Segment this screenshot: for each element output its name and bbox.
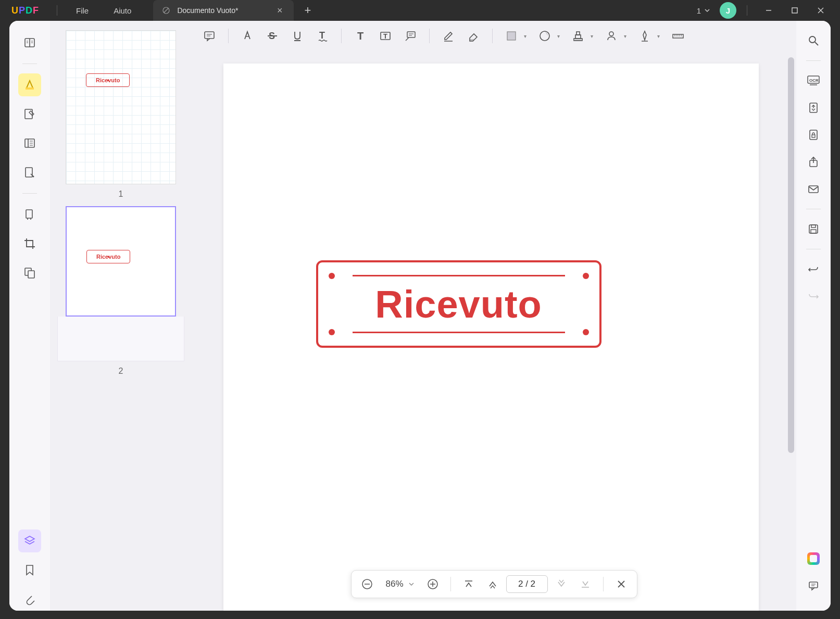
tab-title: Documento Vuoto* bbox=[177, 6, 273, 15]
stamp-tool[interactable] bbox=[567, 24, 590, 47]
search-button[interactable] bbox=[803, 30, 824, 51]
tools-button[interactable] bbox=[18, 203, 41, 226]
ai-assistant-button[interactable] bbox=[803, 548, 824, 569]
zoom-in-button[interactable] bbox=[422, 574, 443, 595]
reader-mode-button[interactable] bbox=[18, 31, 41, 54]
notification-indicator[interactable]: 1 bbox=[692, 6, 716, 15]
menu-help[interactable]: Aiuto bbox=[101, 6, 144, 15]
vertical-scrollbar[interactable] bbox=[788, 57, 794, 600]
zoom-out-button[interactable] bbox=[356, 574, 377, 595]
comments-panel-button[interactable] bbox=[803, 575, 824, 596]
thumb-page-number: 2 bbox=[57, 367, 184, 376]
titlebar: UPDF File Aiuto Documento Vuoto* × + 1 J bbox=[0, 0, 840, 21]
tab-close-button[interactable]: × bbox=[274, 5, 286, 16]
new-tab-button[interactable]: + bbox=[294, 4, 321, 17]
email-button[interactable] bbox=[803, 179, 824, 199]
share-button[interactable] bbox=[803, 151, 824, 172]
crop-button[interactable] bbox=[18, 232, 41, 255]
svg-text:OCR: OCR bbox=[809, 78, 819, 83]
callout-tool[interactable] bbox=[399, 24, 422, 47]
stamp-ricevuto[interactable]: Ricevuto bbox=[316, 260, 601, 348]
scrollbar-thumb[interactable] bbox=[788, 57, 794, 453]
bookmark-button[interactable] bbox=[18, 559, 41, 582]
zoom-navigation-bar: 86% bbox=[350, 570, 637, 598]
right-sidebar: OCR bbox=[796, 21, 831, 611]
thumb-stamp-text: Ricevuto bbox=[96, 77, 120, 83]
separator bbox=[806, 249, 821, 249]
strikethrough-tool[interactable]: S bbox=[261, 24, 284, 47]
edit-mode-button[interactable] bbox=[18, 103, 41, 125]
prev-page-button[interactable] bbox=[482, 574, 503, 595]
compare-button[interactable] bbox=[18, 261, 41, 284]
organize-pages-button[interactable] bbox=[18, 132, 41, 155]
close-window-button[interactable] bbox=[810, 7, 832, 14]
svg-rect-48 bbox=[673, 34, 683, 38]
sticker-tool[interactable] bbox=[533, 24, 556, 47]
minimize-button[interactable] bbox=[758, 7, 780, 14]
page-canvas[interactable]: Ricevuto bbox=[223, 64, 759, 611]
stamp-decoration bbox=[353, 332, 565, 333]
squiggly-tool[interactable]: T bbox=[311, 24, 334, 47]
text-tool[interactable]: T bbox=[349, 24, 372, 47]
separator bbox=[22, 193, 37, 194]
svg-line-1 bbox=[164, 8, 168, 12]
undo-button[interactable] bbox=[803, 259, 824, 280]
eraser-tool[interactable] bbox=[462, 24, 485, 47]
stamp-decoration bbox=[583, 329, 589, 335]
layers-button[interactable] bbox=[18, 529, 41, 552]
separator bbox=[492, 29, 493, 43]
protect-button[interactable] bbox=[803, 124, 824, 145]
svg-rect-23 bbox=[28, 271, 34, 278]
comment-tool[interactable] bbox=[198, 24, 221, 47]
document-area: S T T T bbox=[192, 21, 796, 611]
next-page-button[interactable] bbox=[551, 574, 572, 595]
svg-line-63 bbox=[815, 42, 818, 45]
thumbnail-page-2[interactable]: Ricevuto 2 bbox=[57, 206, 184, 376]
svg-rect-39 bbox=[470, 39, 474, 41]
thumb-page-number: 1 bbox=[57, 190, 184, 199]
stamp-dropdown[interactable]: ▾ bbox=[591, 33, 595, 39]
save-button[interactable] bbox=[803, 219, 824, 239]
svg-text:T: T bbox=[319, 30, 325, 41]
measure-tool[interactable] bbox=[667, 24, 689, 47]
sticker-dropdown[interactable]: ▾ bbox=[557, 33, 561, 39]
redo-button[interactable] bbox=[803, 286, 824, 307]
last-page-button[interactable] bbox=[575, 574, 596, 595]
pen-dropdown[interactable]: ▾ bbox=[657, 33, 661, 39]
separator bbox=[603, 577, 604, 591]
highlight-tool[interactable] bbox=[236, 24, 259, 47]
textbox-tool[interactable]: T bbox=[374, 24, 397, 47]
shape-dropdown[interactable]: ▾ bbox=[524, 33, 528, 39]
convert-button[interactable] bbox=[803, 97, 824, 118]
user-avatar[interactable]: J bbox=[720, 2, 736, 19]
stamp-text: Ricevuto bbox=[375, 282, 542, 326]
form-mode-button[interactable] bbox=[18, 161, 41, 184]
shape-tool[interactable] bbox=[500, 24, 523, 47]
annotate-mode-button[interactable] bbox=[18, 73, 41, 96]
menu-file[interactable]: File bbox=[64, 6, 101, 15]
underline-tool[interactable] bbox=[286, 24, 309, 47]
pencil-tool[interactable] bbox=[437, 24, 460, 47]
first-page-button[interactable] bbox=[458, 574, 479, 595]
maximize-button[interactable] bbox=[784, 7, 806, 14]
signature-dropdown[interactable]: ▾ bbox=[624, 33, 628, 39]
svg-rect-45 bbox=[575, 40, 581, 41]
main-window: Ricevuto 1 Ricevuto 2 bbox=[9, 21, 831, 611]
svg-rect-71 bbox=[809, 186, 818, 193]
close-zoombar-button[interactable] bbox=[611, 574, 632, 595]
blank-doc-icon bbox=[161, 6, 171, 15]
zoom-level-display[interactable]: 86% bbox=[380, 579, 419, 589]
annotation-toolbar: S T T T bbox=[192, 21, 796, 51]
stamp-decoration bbox=[353, 275, 565, 276]
signature-tool[interactable] bbox=[600, 24, 623, 47]
pen-signature-tool[interactable] bbox=[633, 24, 656, 47]
ocr-button[interactable]: OCR bbox=[803, 70, 824, 91]
svg-rect-44 bbox=[576, 32, 580, 35]
attachment-button[interactable] bbox=[18, 588, 41, 611]
document-tab[interactable]: Documento Vuoto* × bbox=[153, 0, 294, 21]
page-number-input[interactable] bbox=[506, 575, 548, 593]
svg-rect-19 bbox=[26, 168, 32, 177]
document-viewport[interactable]: Ricevuto bbox=[192, 51, 796, 611]
chevron-down-icon bbox=[704, 7, 710, 14]
thumbnail-page-1[interactable]: Ricevuto 1 bbox=[57, 30, 184, 199]
